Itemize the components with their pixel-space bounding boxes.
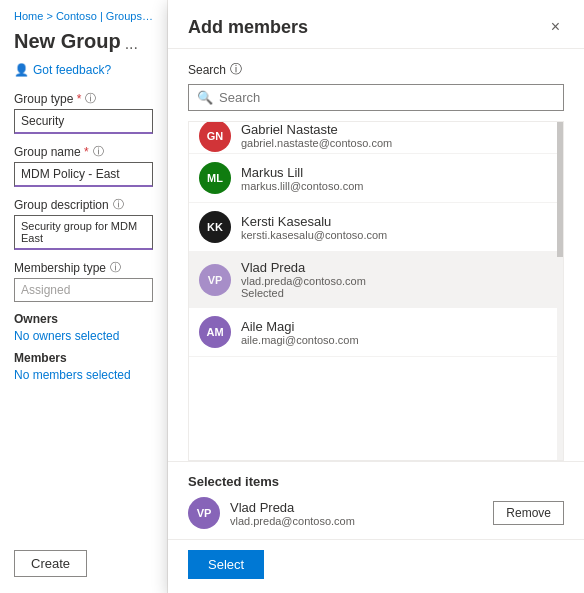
member-email: gabriel.nastaste@contoso.com — [241, 137, 553, 149]
modal-header: Add members × — [168, 0, 584, 49]
member-email: kersti.kasesalu@contoso.com — [241, 229, 553, 241]
member-info: Vlad Preda vlad.preda@contoso.com Select… — [241, 260, 553, 299]
owners-label: Owners — [14, 312, 153, 326]
selected-tag: Selected — [241, 287, 553, 299]
search-box[interactable]: 🔍 — [188, 84, 564, 111]
page-title: New Group — [14, 30, 121, 53]
modal-footer: Select — [168, 539, 584, 593]
membership-type-label-text: Membership type — [14, 261, 106, 275]
group-desc-value[interactable]: Security group for MDM East — [14, 215, 153, 250]
add-members-modal: Add members × Search ⓘ 🔍 GN Gabriel Nast… — [168, 0, 584, 593]
member-email: vlad.preda@contoso.com — [241, 275, 553, 287]
search-icon: 🔍 — [197, 90, 213, 105]
group-name-label: Group name * ⓘ — [14, 144, 153, 159]
member-info: Markus Lill markus.lill@contoso.com — [241, 165, 553, 192]
group-name-label-text: Group name * — [14, 145, 89, 159]
modal-body: Search ⓘ 🔍 GN Gabriel Nastaste gabriel.n… — [168, 49, 584, 461]
group-type-label-text: Group type * — [14, 92, 81, 106]
selected-member-email: vlad.preda@contoso.com — [230, 515, 483, 527]
members-label: Members — [14, 351, 153, 365]
page-menu-dots[interactable]: ... — [125, 35, 138, 53]
avatar: AM — [199, 316, 231, 348]
search-info-icon: ⓘ — [230, 61, 242, 78]
avatar: VP — [199, 264, 231, 296]
members-value[interactable]: No members selected — [14, 368, 153, 382]
group-name-info-icon: ⓘ — [93, 144, 104, 159]
group-desc-label: Group description ⓘ — [14, 197, 153, 212]
modal-title: Add members — [188, 17, 308, 38]
member-info: Gabriel Nastaste gabriel.nastaste@contos… — [241, 122, 553, 149]
selected-items-section: Selected items VP Vlad Preda vlad.preda@… — [168, 461, 584, 539]
list-item[interactable]: AM Aile Magi aile.magi@contoso.com — [189, 308, 563, 357]
member-name: Vlad Preda — [241, 260, 553, 275]
group-name-value[interactable]: MDM Policy - East — [14, 162, 153, 187]
membership-type-value[interactable]: Assigned — [14, 278, 153, 302]
search-label-text: Search — [188, 63, 226, 77]
avatar: ML — [199, 162, 231, 194]
group-type-info-icon: ⓘ — [85, 91, 96, 106]
list-item-selected[interactable]: VP Vlad Preda vlad.preda@contoso.com Sel… — [189, 252, 563, 308]
remove-button[interactable]: Remove — [493, 501, 564, 525]
member-name: Gabriel Nastaste — [241, 122, 553, 137]
member-name: Aile Magi — [241, 319, 553, 334]
membership-type-info-icon: ⓘ — [110, 260, 121, 275]
member-email: aile.magi@contoso.com — [241, 334, 553, 346]
scrollbar-thumb — [557, 122, 563, 257]
member-info: Kersti Kasesalu kersti.kasesalu@contoso.… — [241, 214, 553, 241]
selected-member-name: Vlad Preda — [230, 500, 483, 515]
group-desc-label-text: Group description — [14, 198, 109, 212]
breadcrumb: Home > Contoso | Groups > Gr — [14, 10, 153, 22]
search-input[interactable] — [219, 90, 555, 105]
membership-type-label: Membership type ⓘ — [14, 260, 153, 275]
avatar: GN — [199, 122, 231, 152]
close-button[interactable]: × — [547, 16, 564, 38]
group-type-label: Group type * ⓘ — [14, 91, 153, 106]
list-item[interactable]: ML Markus Lill markus.lill@contoso.com — [189, 154, 563, 203]
feedback-row[interactable]: 👤 Got feedback? — [14, 63, 153, 77]
select-button[interactable]: Select — [188, 550, 264, 579]
group-type-value[interactable]: Security — [14, 109, 153, 134]
list-item[interactable]: KK Kersti Kasesalu kersti.kasesalu@conto… — [189, 203, 563, 252]
create-button[interactable]: Create — [14, 550, 87, 577]
scrollbar-track[interactable] — [557, 122, 563, 460]
group-desc-info-icon: ⓘ — [113, 197, 124, 212]
selected-member-info: Vlad Preda vlad.preda@contoso.com — [230, 500, 483, 527]
selected-avatar: VP — [188, 497, 220, 529]
member-email: markus.lill@contoso.com — [241, 180, 553, 192]
avatar: KK — [199, 211, 231, 243]
left-panel: Home > Contoso | Groups > Gr New Group .… — [0, 0, 168, 593]
member-name: Markus Lill — [241, 165, 553, 180]
member-name: Kersti Kasesalu — [241, 214, 553, 229]
selected-items-title: Selected items — [188, 474, 564, 489]
search-label: Search ⓘ — [188, 61, 564, 78]
selected-item-row: VP Vlad Preda vlad.preda@contoso.com Rem… — [188, 497, 564, 529]
feedback-icon: 👤 — [14, 63, 29, 77]
member-list: GN Gabriel Nastaste gabriel.nastaste@con… — [188, 121, 564, 461]
feedback-text: Got feedback? — [33, 63, 111, 77]
owners-value[interactable]: No owners selected — [14, 329, 153, 343]
list-item[interactable]: GN Gabriel Nastaste gabriel.nastaste@con… — [189, 122, 563, 154]
member-info: Aile Magi aile.magi@contoso.com — [241, 319, 553, 346]
